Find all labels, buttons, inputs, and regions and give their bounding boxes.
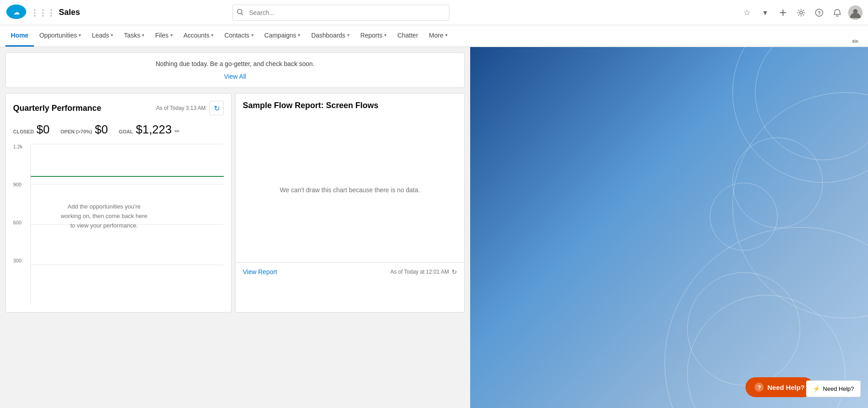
nav-item-more[interactable]: More ▾ [424,25,453,47]
need-help-label: Need Help? [767,384,805,391]
notifications-icon[interactable] [830,5,844,20]
y-label-600: 600 [13,220,27,225]
chevron-down-icon: ▾ [298,33,300,38]
flow-refresh-icon[interactable]: ↻ [452,268,457,275]
y-label-1200: 1.2k [13,144,27,149]
nav-item-files[interactable]: Files ▾ [150,25,178,47]
decorative-background [470,47,868,408]
app-launcher-icon[interactable]: ⋮⋮⋮ [31,8,55,18]
chevron-down-icon: ▾ [170,33,173,38]
salesforce-logo[interactable]: ☁ [5,4,27,21]
flow-as-of: As of Today at 12:01 AM [390,269,449,275]
nav-item-campaigns[interactable]: Campaigns ▾ [259,25,306,47]
goal-label: GOAL [119,129,133,134]
nav-item-dashboards[interactable]: Dashboards ▾ [306,25,355,47]
need-help-icon: ? [755,383,764,392]
nav-edit-icon[interactable]: ✏ [849,37,863,47]
notice-text: Nothing due today. Be a go-getter, and c… [13,60,457,67]
svg-text:?: ? [818,10,821,16]
chevron-down-icon: ▾ [211,33,213,38]
chart-placeholder-text: Add the opportunities you're working on,… [59,202,149,230]
quarterly-performance-card: Quarterly Performance As of Today 3:13 A… [5,93,231,313]
need-help-corner[interactable]: ⚡ Need Help? [806,380,861,397]
search-input[interactable] [232,5,449,21]
nav-item-home[interactable]: Home [5,25,34,47]
help-icon[interactable]: ? [812,5,826,20]
goal-line [31,176,224,177]
svg-point-6 [800,11,802,14]
closed-value: $0 [37,123,50,137]
header: ☁ ⋮⋮⋮ Sales ☆ ▾ ? [0,0,868,25]
goal-edit-icon[interactable]: ✏ [175,128,180,135]
y-label-300: 300 [13,258,27,263]
setup-icon[interactable] [794,5,808,20]
goal-metric: GOAL $1,223 ✏ [119,123,180,137]
flow-footer: View Report As of Today at 12:01 AM ↻ [236,262,464,281]
flow-card-header: Sample Flow Report: Screen Flows [236,94,464,118]
app-name: Sales [59,8,80,17]
corner-help-label: Need Help? [823,385,854,392]
chevron-down-icon: ▾ [142,33,144,38]
chevron-down-icon: ▾ [79,33,81,38]
y-label-900: 900 [13,182,27,187]
search-bar [232,5,449,21]
nav-item-leads[interactable]: Leads ▾ [86,25,118,47]
add-icon[interactable] [776,5,790,20]
favorites-icon[interactable]: ☆ [740,5,754,20]
svg-rect-5 [780,12,786,13]
left-panel: Nothing due today. Be a go-getter, and c… [0,47,470,408]
flow-no-data: We can't draw this chart because there i… [236,118,464,262]
open-value: $0 [95,123,108,137]
svg-text:☁: ☁ [14,9,19,16]
closed-metric: CLOSED $0 [13,123,50,137]
need-help-button[interactable]: ? Need Help? [745,377,814,397]
nav-item-reports[interactable]: Reports ▾ [355,25,392,47]
flow-card-title: Sample Flow Report: Screen Flows [243,101,378,110]
performance-chart: 1.2k 900 600 300 [6,140,231,312]
sample-flow-card: Sample Flow Report: Screen Flows We can'… [235,93,465,313]
chevron-down-icon: ▾ [251,33,254,38]
open-label: OPEN (>70%) [61,129,92,134]
chevron-down-icon: ▾ [384,33,387,38]
chevron-down-icon: ▾ [445,33,448,38]
quarterly-title: Quarterly Performance [13,104,101,113]
chevron-down-icon: ▾ [347,33,349,38]
goal-value: $1,223 [136,123,172,137]
quarterly-as-of: As of Today 3:13 AM [156,105,206,111]
search-icon [237,9,243,16]
lightning-icon: ⚡ [813,385,820,392]
navigation: Home Opportunities ▾ Leads ▾ Tasks ▾ Fil… [0,25,868,47]
nav-item-contacts[interactable]: Contacts ▾ [219,25,259,47]
cards-row: Quarterly Performance As of Today 3:13 A… [5,93,465,313]
nav-item-chatter[interactable]: Chatter [392,25,424,47]
view-all-link[interactable]: View All [224,73,246,80]
perf-metrics: CLOSED $0 OPEN (>70%) $0 GOAL $1,223 ✏ [6,119,231,140]
quarterly-refresh-button[interactable]: ↻ [209,101,224,115]
nav-item-opportunities[interactable]: Opportunities ▾ [34,25,86,47]
notice-bar: Nothing due today. Be a go-getter, and c… [5,52,465,88]
user-avatar[interactable] [848,5,863,20]
favorites-menu-icon[interactable]: ▾ [758,5,772,20]
nav-item-accounts[interactable]: Accounts ▾ [178,25,219,47]
svg-line-3 [241,13,243,14]
view-report-link[interactable]: View Report [243,268,277,275]
nav-item-tasks[interactable]: Tasks ▾ [118,25,150,47]
chevron-down-icon: ▾ [111,33,113,38]
open-metric: OPEN (>70%) $0 [61,123,108,137]
header-actions: ☆ ▾ ? [740,5,863,20]
closed-label: CLOSED [13,129,34,134]
card-header-quarterly: Quarterly Performance As of Today 3:13 A… [6,94,231,119]
main-content: Nothing due today. Be a go-getter, and c… [0,47,868,408]
